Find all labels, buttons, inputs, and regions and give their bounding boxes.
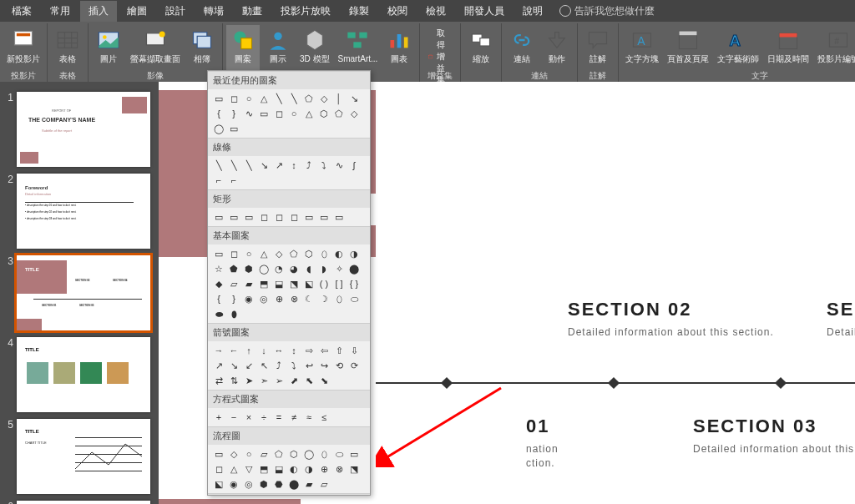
shape-item-rectangles-2[interactable]: ▭: [241, 209, 256, 224]
screenshot-button[interactable]: 螢幕擷取畫面: [127, 25, 184, 70]
picture-button[interactable]: 圖片: [92, 25, 125, 70]
comment-button[interactable]: 註解: [581, 25, 615, 70]
shape-item-flowchart-5[interactable]: ⬡: [286, 446, 301, 461]
shape-item-lines-6[interactable]: ⤴: [301, 158, 316, 173]
shape-item-basic-23[interactable]: ⬒: [256, 276, 271, 291]
shape-item-flowchart-10[interactable]: ◻: [211, 461, 226, 476]
thumb-3[interactable]: TITLE SECTION 02 SECTION 04 SECTION 01 S…: [17, 255, 150, 330]
shape-item-basic-34[interactable]: ⊕: [271, 291, 286, 306]
menu-transitions[interactable]: 轉場: [195, 1, 232, 22]
shape-item-basic-31[interactable]: }: [226, 291, 241, 306]
shape-item-basic-32[interactable]: ◉: [241, 291, 256, 306]
datetime-button[interactable]: 日期及時間: [764, 25, 812, 70]
shape-item-arrows-26[interactable]: ⬉: [301, 373, 316, 388]
new-slide-button[interactable]: 新投影片: [3, 25, 43, 70]
shape-item-recent-8[interactable]: │: [331, 91, 347, 106]
action-button[interactable]: 動作: [540, 25, 574, 70]
shape-item-basic-21[interactable]: ▱: [226, 276, 241, 291]
shape-item-rectangles-8[interactable]: ▭: [331, 209, 347, 224]
menu-home[interactable]: 常用: [42, 1, 78, 22]
thumb-row-1[interactable]: 1 REPORT OF THE COMPANY'S NAME Subtitle …: [0, 88, 159, 170]
thumb-row-3[interactable]: 3 TITLE SECTION 02 SECTION 04 SECTION 01…: [0, 252, 159, 334]
thumb-5[interactable]: TITLE CHART TITLE: [17, 419, 150, 494]
shape-item-arrows-20[interactable]: ⇄: [211, 373, 226, 388]
shape-item-basic-0[interactable]: ▭: [211, 246, 226, 261]
shape-item-rectangles-4[interactable]: ◻: [271, 209, 286, 224]
shape-item-lines-0[interactable]: ╲: [211, 158, 226, 173]
shape-item-recent-16[interactable]: △: [301, 106, 316, 121]
shape-item-lines-5[interactable]: ↕: [286, 158, 301, 173]
shape-item-basic-10[interactable]: ☆: [211, 261, 226, 276]
shape-item-flowchart-24[interactable]: ⬣: [271, 476, 286, 491]
chart-button[interactable]: 圖表: [382, 25, 416, 70]
shape-item-recent-4[interactable]: ╲: [271, 91, 286, 106]
wordart-button[interactable]: A 文字藝術師: [714, 25, 762, 70]
shape-item-lines-4[interactable]: ↗: [271, 158, 286, 173]
shape-item-flowchart-0[interactable]: ▭: [211, 446, 226, 461]
shape-item-rectangles-5[interactable]: ◻: [286, 209, 301, 224]
thumb-1[interactable]: REPORT OF THE COMPANY'S NAME Subtitle of…: [17, 92, 150, 167]
shape-item-rectangles-0[interactable]: ▭: [211, 209, 226, 224]
shape-item-flowchart-18[interactable]: ⊗: [331, 461, 347, 476]
shape-item-flowchart-8[interactable]: ⬭: [331, 446, 347, 461]
shape-item-basic-22[interactable]: ▰: [241, 276, 256, 291]
shape-item-equation-3[interactable]: ÷: [256, 410, 271, 425]
shape-item-flowchart-1[interactable]: ◇: [226, 446, 241, 461]
shape-item-rectangles-7[interactable]: ▭: [316, 209, 331, 224]
shape-item-basic-36[interactable]: ☾: [301, 291, 316, 306]
shape-item-basic-41[interactable]: ⬮: [226, 306, 241, 321]
shape-item-equation-1[interactable]: −: [226, 410, 241, 425]
shape-item-basic-24[interactable]: ⬓: [271, 276, 286, 291]
shape-item-arrows-11[interactable]: ↘: [226, 358, 241, 373]
shape-item-arrows-23[interactable]: ➣: [256, 373, 271, 388]
shape-item-lines-11[interactable]: ⌐: [226, 173, 241, 188]
menu-review[interactable]: 校閱: [379, 1, 416, 22]
shape-item-basic-16[interactable]: ◖: [301, 261, 316, 276]
shape-item-equation-5[interactable]: ≠: [286, 410, 301, 425]
shape-item-arrows-8[interactable]: ⇧: [331, 343, 347, 358]
shape-item-lines-1[interactable]: ╲: [226, 158, 241, 173]
shape-item-recent-21[interactable]: ▭: [226, 121, 241, 136]
shape-item-basic-9[interactable]: ◑: [347, 246, 362, 261]
shape-item-flowchart-19[interactable]: ⬔: [347, 461, 362, 476]
shape-item-arrows-27[interactable]: ⬊: [316, 373, 331, 388]
shape-item-flowchart-14[interactable]: ⬓: [271, 461, 286, 476]
shape-item-arrows-12[interactable]: ↙: [241, 358, 256, 373]
shape-item-rectangles-3[interactable]: ◻: [256, 209, 271, 224]
shape-item-rectangles-6[interactable]: ▭: [301, 209, 316, 224]
shape-item-lines-8[interactable]: ∿: [331, 158, 347, 173]
menu-record[interactable]: 錄製: [341, 1, 377, 22]
shape-item-arrows-13[interactable]: ↖: [256, 358, 271, 373]
shape-item-arrows-25[interactable]: ⬈: [286, 373, 301, 388]
shape-item-equation-6[interactable]: ≈: [301, 410, 316, 425]
thumbnail-panel[interactable]: 1 REPORT OF THE COMPANY'S NAME Subtitle …: [0, 82, 159, 504]
shape-item-basic-14[interactable]: ◔: [271, 261, 286, 276]
shape-item-arrows-7[interactable]: ⇦: [316, 343, 331, 358]
shape-item-basic-7[interactable]: ⬯: [316, 246, 331, 261]
thumb-row-6[interactable]: 6 TITLE: [0, 497, 159, 504]
shape-item-basic-28[interactable]: [ ]: [331, 276, 347, 291]
shape-item-arrows-14[interactable]: ⤴: [271, 358, 286, 373]
shape-item-flowchart-21[interactable]: ◉: [226, 476, 241, 491]
thumb-4[interactable]: TITLE: [17, 337, 150, 412]
shape-item-arrows-17[interactable]: ↪: [316, 358, 331, 373]
thumb-row-2[interactable]: 2 Foreword Detail information • descript…: [0, 170, 159, 252]
shape-item-recent-14[interactable]: ◻: [271, 106, 286, 121]
menu-view[interactable]: 檢視: [417, 1, 454, 22]
shape-item-recent-15[interactable]: ○: [286, 106, 301, 121]
shape-item-basic-33[interactable]: ◎: [256, 291, 271, 306]
shape-item-lines-7[interactable]: ⤵: [316, 158, 331, 173]
shape-item-recent-18[interactable]: ⬠: [331, 106, 347, 121]
shape-item-lines-9[interactable]: ∫: [347, 158, 362, 173]
shape-item-basic-8[interactable]: ◐: [331, 246, 347, 261]
shape-item-flowchart-9[interactable]: ▭: [347, 446, 362, 461]
shape-item-flowchart-13[interactable]: ⬒: [256, 461, 271, 476]
shape-item-arrows-18[interactable]: ⟲: [331, 358, 347, 373]
shape-item-basic-35[interactable]: ⊗: [286, 291, 301, 306]
header-button[interactable]: 頁首及頁尾: [664, 25, 712, 70]
shape-item-arrows-6[interactable]: ⇨: [301, 343, 316, 358]
album-button[interactable]: 相簿: [185, 25, 219, 70]
menu-draw[interactable]: 繪圖: [119, 1, 155, 22]
shape-item-equation-4[interactable]: =: [271, 410, 286, 425]
shape-item-recent-2[interactable]: ○: [241, 91, 256, 106]
